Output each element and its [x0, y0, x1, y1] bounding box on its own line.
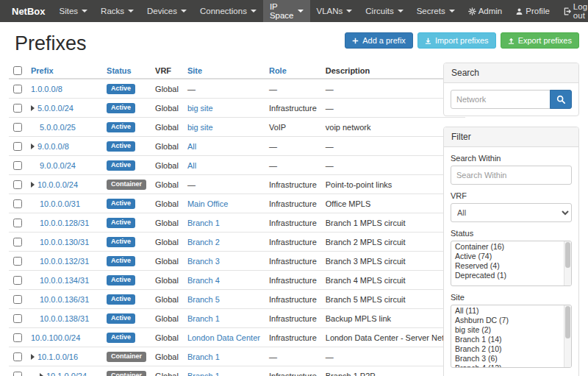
nav-item-admin[interactable]: Admin: [462, 0, 509, 22]
search-input[interactable]: [451, 90, 551, 109]
import-prefixes-button[interactable]: Import prefixes: [417, 32, 496, 49]
site-listbox[interactable]: All (11)Ashburn DC (7)big site (2)Branch…: [451, 305, 572, 368]
site-link[interactable]: All: [187, 161, 196, 170]
prefix-link[interactable]: 10.0.0.128/31: [40, 219, 89, 227]
nav-item-devices[interactable]: Devices: [140, 0, 193, 22]
vrf-select[interactable]: All: [451, 203, 572, 222]
nav-item-ip-space[interactable]: IP Space: [263, 0, 310, 22]
nav-item-circuits[interactable]: Circuits: [359, 0, 409, 22]
row-checkbox[interactable]: [13, 219, 22, 227]
prefix-link[interactable]: 10.1.0.0/24: [46, 372, 87, 376]
prefix-link[interactable]: 10.0.0.138/31: [40, 314, 89, 323]
sort-link-prefix[interactable]: Prefix: [31, 66, 54, 75]
search-within-input[interactable]: [451, 166, 572, 185]
prefix-link[interactable]: 10.1.0.0/16: [37, 352, 78, 361]
site-link[interactable]: big site: [187, 123, 213, 132]
prefix-link[interactable]: 10.0.100.0/24: [31, 333, 80, 342]
prefix-link[interactable]: 9.0.0.0/24: [40, 161, 76, 170]
row-checkbox[interactable]: [13, 199, 22, 208]
status-listbox[interactable]: Container (16)Active (74)Reserved (4)Dep…: [451, 241, 572, 286]
filter-option[interactable]: All (11): [451, 306, 564, 316]
filter-option[interactable]: Container (16): [451, 242, 564, 252]
row-checkbox[interactable]: [13, 123, 22, 132]
sort-link-site[interactable]: Site: [187, 66, 202, 75]
filter-option[interactable]: Branch 2 (10): [451, 344, 564, 354]
brand-logo[interactable]: NetBox: [4, 0, 53, 22]
column-header-prefix: Prefix: [26, 63, 102, 79]
checkbox-cell: [9, 366, 26, 376]
row-checkbox[interactable]: [13, 180, 22, 189]
site-link[interactable]: All: [187, 142, 196, 151]
row-checkbox[interactable]: [13, 372, 22, 376]
status-badge: Active: [107, 275, 135, 285]
prefix-link[interactable]: 5.0.0.0/24: [37, 104, 74, 113]
prefix-link[interactable]: 10.0.0.132/31: [40, 257, 89, 266]
row-checkbox[interactable]: [13, 142, 22, 151]
export-prefixes-button[interactable]: Export prefixes: [501, 32, 579, 49]
scrollbar[interactable]: [564, 241, 571, 285]
nav-item-label: Profile: [526, 7, 550, 15]
row-checkbox[interactable]: [13, 85, 22, 93]
row-checkbox[interactable]: [13, 276, 22, 285]
prefix-link[interactable]: 10.0.0.0/31: [40, 199, 80, 208]
nav-item-profile[interactable]: Profile: [509, 0, 556, 22]
row-checkbox[interactable]: [13, 295, 22, 304]
row-checkbox[interactable]: [13, 257, 22, 266]
checkbox-cell: [9, 290, 26, 309]
filter-option[interactable]: big site (2): [451, 325, 564, 335]
site-link[interactable]: Branch 1: [187, 219, 220, 227]
add-a-prefix-button[interactable]: Add a prefix: [345, 32, 413, 49]
prefix-link[interactable]: 10.0.0.136/31: [40, 295, 89, 304]
nav-item-racks[interactable]: Racks: [94, 0, 140, 22]
prefix-link[interactable]: 10.0.0.130/31: [40, 238, 89, 246]
prefix-link[interactable]: 5.0.0.0/25: [40, 123, 76, 132]
status-badge: Active: [107, 294, 135, 305]
nav-item-sites[interactable]: Sites: [53, 0, 95, 22]
filter-option[interactable]: Ashburn DC (7): [451, 316, 564, 325]
role-cell: Infrastructure: [265, 233, 321, 252]
row-checkbox[interactable]: [13, 333, 22, 342]
nav-item-vlans[interactable]: VLANs: [310, 0, 359, 22]
site-link[interactable]: Branch 4: [187, 276, 220, 285]
filter-option[interactable]: Reserved (4): [451, 261, 564, 271]
sort-link-status[interactable]: Status: [107, 66, 132, 75]
filter-option[interactable]: Branch 1 (14): [451, 335, 564, 344]
row-checkbox[interactable]: [13, 104, 22, 113]
row-checkbox[interactable]: [13, 238, 22, 246]
site-link[interactable]: Branch 1: [187, 314, 220, 323]
row-checkbox[interactable]: [13, 161, 22, 170]
page-header: Prefixes Add a prefixImport prefixesExpo…: [9, 31, 579, 63]
site-link[interactable]: Branch 3: [187, 257, 220, 266]
prefix-link[interactable]: 1.0.0.0/8: [31, 85, 62, 93]
filter-option[interactable]: Active (74): [451, 252, 564, 261]
site-link[interactable]: Branch 1: [187, 352, 220, 361]
prefix-cell: 5.0.0.0/24: [26, 99, 102, 118]
vrf-cell: Global: [151, 309, 183, 328]
filter-option[interactable]: Branch 3 (6): [451, 354, 564, 363]
nav-item-secrets[interactable]: Secrets: [410, 0, 462, 22]
select-all-checkbox[interactable]: [13, 66, 22, 75]
role-cell: Infrastructure: [265, 290, 321, 309]
sort-link-role[interactable]: Role: [269, 66, 287, 75]
search-button[interactable]: [550, 90, 572, 109]
site-link[interactable]: London Data Center: [187, 333, 260, 342]
site-link[interactable]: Branch 1: [187, 372, 220, 376]
row-checkbox[interactable]: [13, 314, 22, 323]
table-row: 1.0.0.0/8ActiveGlobal———: [9, 79, 465, 99]
site-link[interactable]: Branch 5: [187, 295, 220, 304]
prefix-link[interactable]: 10.0.0.134/31: [40, 276, 89, 285]
nav-item-connections[interactable]: Connections: [193, 0, 263, 22]
checkbox-cell: [9, 79, 26, 99]
prefix-link[interactable]: 9.0.0.0/8: [37, 142, 69, 151]
status-cell: Active: [102, 271, 151, 290]
filter-option[interactable]: Deprecated (1): [451, 271, 564, 280]
site-link[interactable]: Main Office: [187, 199, 228, 208]
row-checkbox[interactable]: [13, 352, 22, 361]
nav-item-log-out[interactable]: Log out: [556, 0, 588, 22]
filter-option[interactable]: Branch 4 (12): [451, 363, 564, 368]
nav-item-label: Admin: [478, 7, 503, 15]
site-link[interactable]: Branch 2: [187, 238, 220, 246]
scrollbar[interactable]: [564, 305, 571, 367]
site-link[interactable]: big site: [187, 104, 213, 113]
prefix-link[interactable]: 10.0.0.0/24: [37, 180, 78, 189]
